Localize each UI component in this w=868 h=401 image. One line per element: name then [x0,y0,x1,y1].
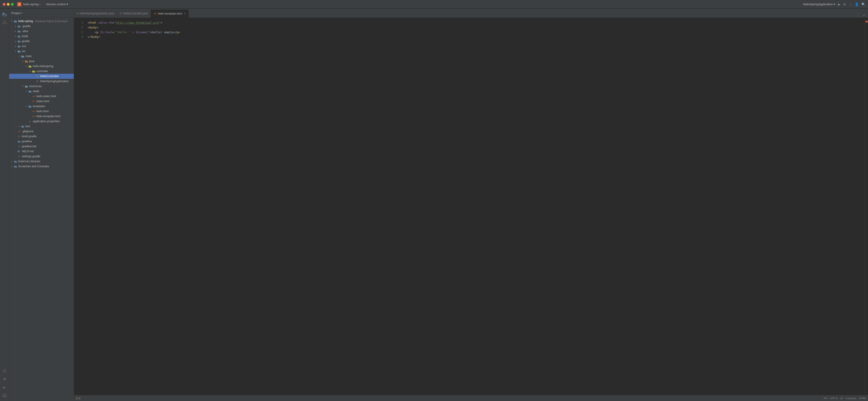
tree-item-src[interactable]: src [9,49,74,54]
tree-item-scratches[interactable]: Scratches and Consoles [9,164,74,169]
tree-arrow-src [14,49,17,53]
tree-item-hello-template-html[interactable]: <> hello-template.html [9,114,74,119]
status-position[interactable]: 4:9 [824,397,827,400]
tab-settings-icon[interactable]: ⋮ [855,13,860,18]
maximize-button[interactable] [11,3,14,6]
run-icon[interactable]: ▶ [838,2,840,6]
sidebar-item-structure[interactable] [1,19,8,26]
tree-item-gradlew[interactable]: gradlew [9,139,74,144]
project-panel-header: Project ▾ [9,9,74,18]
tree-arrow-scratches [10,165,14,168]
html-file-icon-4: <> [32,114,35,118]
tree-item-static[interactable]: static [9,89,74,94]
tab-hello-spring-app[interactable]: S HelloSpringApplication.java [74,9,117,18]
tree-item-java[interactable]: java [9,59,74,64]
status-line-ending[interactable]: LF [840,397,843,400]
search-icon[interactable]: 🔍 [861,2,865,6]
tree-item-pkg[interactable]: hello.hellospring [9,64,74,69]
tree-item-label-out: out [22,45,26,48]
tree-item-root[interactable]: hello-spring ~/Desktop/개발/인프런/study/h [9,19,74,24]
app-title[interactable]: HelloSpringApplication ▾ [803,2,835,6]
version-control-label[interactable]: Version control ▾ [46,2,68,6]
profile-icon[interactable]: 👤 [855,2,859,6]
tree-item-controller[interactable]: controller [9,69,74,74]
tree-item-hello-static[interactable]: <> hello-static.html [9,94,74,99]
tree-arrow-external-libs [10,160,14,163]
svg-rect-1 [3,15,6,16]
code-line-3: <p th:text="'hello ' + ${name}">hello! e… [87,30,865,35]
minimize-button[interactable] [7,3,9,6]
more-actions-icon[interactable]: ⋮ [849,2,852,6]
services-icon[interactable] [1,375,8,383]
tree-item-test[interactable]: test [9,124,74,129]
warning-count: 2 [79,397,80,400]
folder-test-icon [21,124,25,128]
terminal-icon[interactable] [1,392,8,399]
folder-templates-icon [28,105,32,108]
svg-point-2 [4,21,5,21]
props-file-icon: ≡ [28,119,32,123]
tab-label-hello-spring-app: HelloSpringApplication.java [80,12,114,15]
tree-item-app-props[interactable]: ≡ application.properties [9,119,74,124]
tab-label-hello-template: hello-template.html [158,12,182,15]
status-language[interactable]: HTML [859,397,866,400]
close-button[interactable] [3,3,5,6]
tree-item-external-libs[interactable]: External Libraries [9,159,74,164]
status-warnings[interactable]: ⚠ 2 [76,397,80,400]
tab-expand-icon[interactable]: ⤢ [862,13,866,18]
tab-hello-template[interactable]: <> hello-template.html ✕ [151,9,189,18]
app-title-chevron-icon: ▾ [834,2,835,6]
status-encoding[interactable]: UTF-8 [830,397,838,400]
project-name-label[interactable]: hello-spring ▾ [23,2,40,6]
code-area[interactable]: <html xmlns:th='http://www.thymeleaf.org… [85,18,865,395]
debug-icon[interactable]: ⚙ [843,2,846,6]
tree-item-index-html[interactable]: <> index.html [9,99,74,104]
tree-item-label-help-md: HELP.md [22,150,34,153]
folder-gradlew-icon [17,140,21,143]
tree-item-label-src: src [22,50,26,53]
tree-item-gradle[interactable]: .gradle [9,24,74,29]
tree-arrow-templates [25,105,28,108]
tree-arrow-gradle2 [14,39,17,43]
sidebar-item-project[interactable] [1,10,8,18]
tree-arrow-resources [21,84,25,88]
tree-item-resources[interactable]: resources [9,84,74,89]
tree-item-label-gradlew: gradlew [22,140,32,143]
tree-item-label-external-libs: External Libraries [18,160,40,163]
sidebar-item-more[interactable]: ⋯ [1,27,8,34]
tree-item-idea[interactable]: .idea [9,29,74,34]
java-file-icon: C [35,75,39,78]
tree-item-build[interactable]: build [9,34,74,39]
tree-item-settings-gradle[interactable]: ≡ settings.gradle [9,154,74,159]
folder-idea-icon [17,29,21,33]
tree-item-label-hello-html: hello.html [36,110,49,113]
tree-item-out[interactable]: out [9,44,74,49]
tree-item-hellocontroller[interactable]: C HelloController [9,74,74,79]
folder-external-libs-icon [14,160,17,163]
tree-item-help-md[interactable]: M↓ HELP.md [9,149,74,154]
tab-hello-controller[interactable]: C HelloController.java [117,9,151,18]
main-layout: ⋯ ▶ [0,9,868,401]
tree-arrow-gradle [14,24,17,28]
tree-item-label-build-gradle: build.gradle [22,135,37,138]
tree-item-label-scratches: Scratches and Consoles [18,165,49,168]
tree-item-gradlew-bat[interactable]: ≡ gradlew.bat [9,144,74,149]
status-indent[interactable]: 4 spaces [846,397,857,400]
tree-item-hellospringapp[interactable]: S HelloSpringApplication [9,79,74,84]
traffic-lights [3,3,14,6]
sidebar-bottom: ▶ [1,367,8,401]
tree-item-build-gradle[interactable]: ≡ build.gradle [9,134,74,139]
tree-item-label-resources: resources [29,85,42,88]
notifications-icon[interactable] [1,367,8,375]
tree-item-hello-html[interactable]: <> hello.html [9,109,74,114]
tree-item-label-hellospringapp: HelloSpringApplication [40,80,69,83]
tree-item-gradle2[interactable]: gradle [9,39,74,44]
tree-item-label-build: build [22,35,28,38]
line-num-3: 3 [74,30,83,35]
tab-close-icon[interactable]: ✕ [184,12,186,15]
tree-item-gitignore[interactable]: ⊘ .gitignore [9,129,74,134]
tree-item-main[interactable]: main [9,54,74,59]
folder-java-icon [25,59,28,63]
tree-item-templates[interactable]: templates [9,104,74,109]
run-console-icon[interactable]: ▶ [1,384,8,391]
